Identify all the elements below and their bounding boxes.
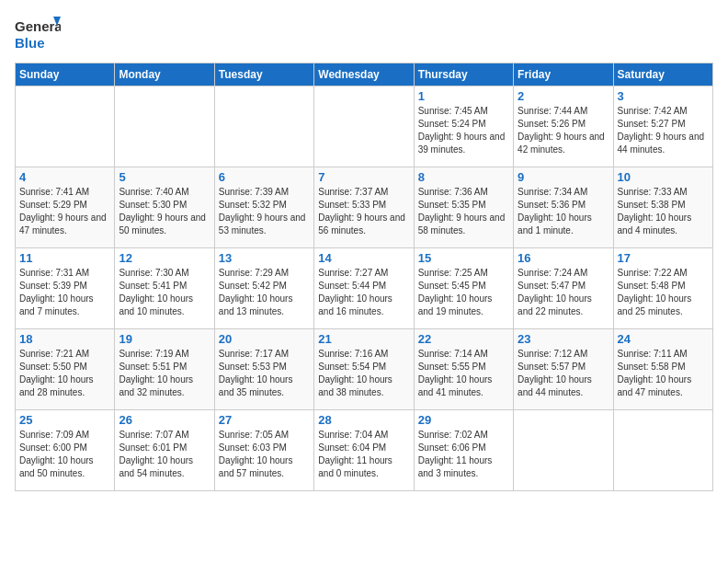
day-info: Sunrise: 7:39 AM Sunset: 5:32 PM Dayligh… xyxy=(219,186,310,237)
day-info: Sunrise: 7:12 AM Sunset: 5:57 PM Dayligh… xyxy=(518,348,609,399)
day-number: 10 xyxy=(618,170,709,184)
day-info: Sunrise: 7:16 AM Sunset: 5:54 PM Dayligh… xyxy=(318,348,409,399)
day-number: 29 xyxy=(418,413,509,427)
weekday-header-friday: Friday xyxy=(514,63,613,86)
weekday-header-wednesday: Wednesday xyxy=(314,63,414,86)
calendar-cell: 17Sunrise: 7:22 AM Sunset: 5:48 PM Dayli… xyxy=(613,248,712,329)
calendar-cell: 28Sunrise: 7:04 AM Sunset: 6:04 PM Dayli… xyxy=(314,410,414,491)
day-info: Sunrise: 7:19 AM Sunset: 5:51 PM Dayligh… xyxy=(119,348,210,399)
day-info: Sunrise: 7:45 AM Sunset: 5:24 PM Dayligh… xyxy=(418,105,509,156)
calendar-cell: 8Sunrise: 7:36 AM Sunset: 5:35 PM Daylig… xyxy=(414,167,513,248)
logo: General Blue xyxy=(15,15,61,55)
calendar-cell: 26Sunrise: 7:07 AM Sunset: 6:01 PM Dayli… xyxy=(115,410,214,491)
calendar-cell: 5Sunrise: 7:40 AM Sunset: 5:30 PM Daylig… xyxy=(115,167,214,248)
day-number: 5 xyxy=(119,170,210,184)
day-number: 22 xyxy=(418,332,509,346)
calendar-cell: 27Sunrise: 7:05 AM Sunset: 6:03 PM Dayli… xyxy=(214,410,313,491)
day-number: 27 xyxy=(219,413,310,427)
day-number: 1 xyxy=(418,89,509,103)
day-info: Sunrise: 7:07 AM Sunset: 6:01 PM Dayligh… xyxy=(119,429,210,480)
weekday-header-monday: Monday xyxy=(115,63,214,86)
calendar-cell xyxy=(214,86,313,167)
calendar-cell: 2Sunrise: 7:44 AM Sunset: 5:26 PM Daylig… xyxy=(514,86,613,167)
calendar-cell: 9Sunrise: 7:34 AM Sunset: 5:36 PM Daylig… xyxy=(514,167,613,248)
day-info: Sunrise: 7:36 AM Sunset: 5:35 PM Dayligh… xyxy=(418,186,509,237)
day-info: Sunrise: 7:14 AM Sunset: 5:55 PM Dayligh… xyxy=(418,348,509,399)
calendar-cell xyxy=(16,86,115,167)
weekday-header-sunday: Sunday xyxy=(16,63,115,86)
day-number: 12 xyxy=(119,251,210,265)
day-number: 8 xyxy=(418,170,509,184)
calendar-cell: 15Sunrise: 7:25 AM Sunset: 5:45 PM Dayli… xyxy=(414,248,513,329)
day-number: 14 xyxy=(318,251,409,265)
day-info: Sunrise: 7:25 AM Sunset: 5:45 PM Dayligh… xyxy=(418,267,509,318)
weekday-header-thursday: Thursday xyxy=(414,63,513,86)
day-info: Sunrise: 7:31 AM Sunset: 5:39 PM Dayligh… xyxy=(19,267,110,318)
weekday-header-row: SundayMondayTuesdayWednesdayThursdayFrid… xyxy=(16,63,713,86)
calendar-cell: 13Sunrise: 7:29 AM Sunset: 5:42 PM Dayli… xyxy=(214,248,313,329)
day-number: 23 xyxy=(518,332,609,346)
calendar-cell: 10Sunrise: 7:33 AM Sunset: 5:38 PM Dayli… xyxy=(613,167,712,248)
day-info: Sunrise: 7:29 AM Sunset: 5:42 PM Dayligh… xyxy=(219,267,310,318)
calendar-cell: 3Sunrise: 7:42 AM Sunset: 5:27 PM Daylig… xyxy=(613,86,712,167)
day-info: Sunrise: 7:04 AM Sunset: 6:04 PM Dayligh… xyxy=(318,429,409,480)
calendar-cell: 4Sunrise: 7:41 AM Sunset: 5:29 PM Daylig… xyxy=(16,167,115,248)
day-number: 11 xyxy=(19,251,110,265)
calendar-cell xyxy=(314,86,414,167)
day-info: Sunrise: 7:22 AM Sunset: 5:48 PM Dayligh… xyxy=(618,267,709,318)
calendar-cell: 14Sunrise: 7:27 AM Sunset: 5:44 PM Dayli… xyxy=(314,248,414,329)
calendar-cell: 11Sunrise: 7:31 AM Sunset: 5:39 PM Dayli… xyxy=(16,248,115,329)
calendar-cell: 29Sunrise: 7:02 AM Sunset: 6:06 PM Dayli… xyxy=(414,410,513,491)
day-number: 17 xyxy=(618,251,709,265)
day-info: Sunrise: 7:37 AM Sunset: 5:33 PM Dayligh… xyxy=(318,186,409,237)
calendar-cell: 19Sunrise: 7:19 AM Sunset: 5:51 PM Dayli… xyxy=(115,329,214,410)
weekday-header-saturday: Saturday xyxy=(613,63,712,86)
day-number: 21 xyxy=(318,332,409,346)
day-number: 16 xyxy=(518,251,609,265)
day-info: Sunrise: 7:33 AM Sunset: 5:38 PM Dayligh… xyxy=(618,186,709,237)
day-number: 9 xyxy=(518,170,609,184)
calendar-week-row: 4Sunrise: 7:41 AM Sunset: 5:29 PM Daylig… xyxy=(16,167,713,248)
calendar-week-row: 25Sunrise: 7:09 AM Sunset: 6:00 PM Dayli… xyxy=(16,410,713,491)
calendar-table: SundayMondayTuesdayWednesdayThursdayFrid… xyxy=(15,63,713,491)
day-number: 4 xyxy=(19,170,110,184)
calendar-week-row: 11Sunrise: 7:31 AM Sunset: 5:39 PM Dayli… xyxy=(16,248,713,329)
calendar-cell xyxy=(514,410,613,491)
day-info: Sunrise: 7:30 AM Sunset: 5:41 PM Dayligh… xyxy=(119,267,210,318)
calendar-cell: 6Sunrise: 7:39 AM Sunset: 5:32 PM Daylig… xyxy=(214,167,313,248)
day-number: 28 xyxy=(318,413,409,427)
day-info: Sunrise: 7:40 AM Sunset: 5:30 PM Dayligh… xyxy=(119,186,210,237)
calendar-cell: 22Sunrise: 7:14 AM Sunset: 5:55 PM Dayli… xyxy=(414,329,513,410)
day-info: Sunrise: 7:02 AM Sunset: 6:06 PM Dayligh… xyxy=(418,429,509,480)
calendar-cell: 1Sunrise: 7:45 AM Sunset: 5:24 PM Daylig… xyxy=(414,86,513,167)
calendar-week-row: 18Sunrise: 7:21 AM Sunset: 5:50 PM Dayli… xyxy=(16,329,713,410)
day-info: Sunrise: 7:17 AM Sunset: 5:53 PM Dayligh… xyxy=(219,348,310,399)
day-number: 25 xyxy=(19,413,110,427)
day-number: 3 xyxy=(618,89,709,103)
day-number: 26 xyxy=(119,413,210,427)
day-info: Sunrise: 7:09 AM Sunset: 6:00 PM Dayligh… xyxy=(19,429,110,480)
day-number: 7 xyxy=(318,170,409,184)
day-info: Sunrise: 7:21 AM Sunset: 5:50 PM Dayligh… xyxy=(19,348,110,399)
calendar-cell xyxy=(115,86,214,167)
day-info: Sunrise: 7:05 AM Sunset: 6:03 PM Dayligh… xyxy=(219,429,310,480)
calendar-cell xyxy=(613,410,712,491)
day-info: Sunrise: 7:24 AM Sunset: 5:47 PM Dayligh… xyxy=(518,267,609,318)
day-number: 18 xyxy=(19,332,110,346)
calendar-cell: 24Sunrise: 7:11 AM Sunset: 5:58 PM Dayli… xyxy=(613,329,712,410)
calendar-cell: 20Sunrise: 7:17 AM Sunset: 5:53 PM Dayli… xyxy=(214,329,313,410)
calendar-cell: 23Sunrise: 7:12 AM Sunset: 5:57 PM Dayli… xyxy=(514,329,613,410)
day-number: 13 xyxy=(219,251,310,265)
calendar-cell: 12Sunrise: 7:30 AM Sunset: 5:41 PM Dayli… xyxy=(115,248,214,329)
day-info: Sunrise: 7:41 AM Sunset: 5:29 PM Dayligh… xyxy=(19,186,110,237)
calendar-cell: 7Sunrise: 7:37 AM Sunset: 5:33 PM Daylig… xyxy=(314,167,414,248)
calendar-cell: 21Sunrise: 7:16 AM Sunset: 5:54 PM Dayli… xyxy=(314,329,414,410)
day-number: 2 xyxy=(518,89,609,103)
day-number: 15 xyxy=(418,251,509,265)
day-info: Sunrise: 7:34 AM Sunset: 5:36 PM Dayligh… xyxy=(518,186,609,237)
day-number: 24 xyxy=(618,332,709,346)
svg-text:General: General xyxy=(15,18,61,34)
day-number: 19 xyxy=(119,332,210,346)
header: General Blue xyxy=(15,15,713,55)
day-info: Sunrise: 7:27 AM Sunset: 5:44 PM Dayligh… xyxy=(318,267,409,318)
